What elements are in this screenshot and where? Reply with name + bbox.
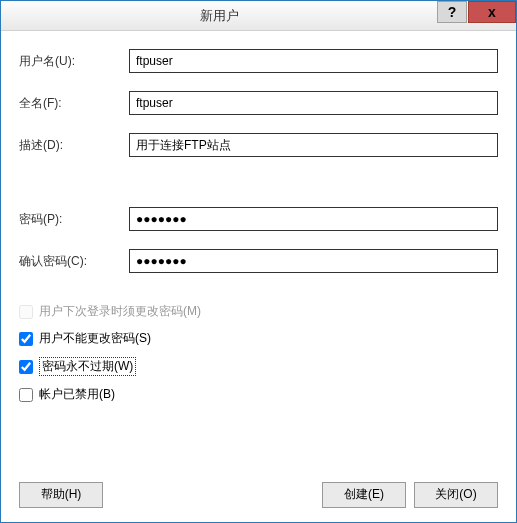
cannot-change-password-label: 用户不能更改密码(S) — [39, 330, 151, 347]
account-disabled-label: 帐户已禁用(B) — [39, 386, 115, 403]
dialog-content: 用户名(U): 全名(F): 描述(D): 密码(P): 确认密码(C): — [1, 31, 516, 467]
must-change-password-checkbox — [19, 305, 33, 319]
window-title: 新用户 — [1, 7, 437, 25]
help-button[interactable]: 帮助(H) — [19, 482, 103, 508]
fullname-row: 全名(F): — [19, 91, 498, 115]
button-bar: 帮助(H) 创建(E) 关闭(O) — [1, 467, 516, 522]
password-section: 密码(P): 确认密码(C): — [19, 207, 498, 273]
create-button[interactable]: 创建(E) — [322, 482, 406, 508]
description-row: 描述(D): — [19, 133, 498, 157]
username-input[interactable] — [129, 49, 498, 73]
account-disabled-checkbox[interactable] — [19, 388, 33, 402]
cannot-change-password-checkbox[interactable] — [19, 332, 33, 346]
account-disabled-row: 帐户已禁用(B) — [19, 386, 498, 403]
checkbox-section: 用户下次登录时须更改密码(M) 用户不能更改密码(S) 密码永不过期(W) 帐户… — [19, 303, 498, 403]
titlebar-close-button[interactable]: x — [468, 1, 516, 23]
password-label: 密码(P): — [19, 211, 129, 228]
description-input[interactable] — [129, 133, 498, 157]
titlebar-help-button[interactable]: ? — [437, 1, 467, 23]
must-change-password-row: 用户下次登录时须更改密码(M) — [19, 303, 498, 320]
username-row: 用户名(U): — [19, 49, 498, 73]
password-input[interactable] — [129, 207, 498, 231]
password-row: 密码(P): — [19, 207, 498, 231]
never-expires-label: 密码永不过期(W) — [39, 357, 136, 376]
titlebar: 新用户 ? x — [1, 1, 516, 31]
confirm-password-row: 确认密码(C): — [19, 249, 498, 273]
never-expires-row: 密码永不过期(W) — [19, 357, 498, 376]
cannot-change-password-row: 用户不能更改密码(S) — [19, 330, 498, 347]
must-change-password-label: 用户下次登录时须更改密码(M) — [39, 303, 201, 320]
confirm-password-label: 确认密码(C): — [19, 253, 129, 270]
close-button[interactable]: 关闭(O) — [414, 482, 498, 508]
fullname-input[interactable] — [129, 91, 498, 115]
new-user-dialog: 新用户 ? x 用户名(U): 全名(F): 描述(D): 密码(P): 确认密… — [0, 0, 517, 523]
description-label: 描述(D): — [19, 137, 129, 154]
never-expires-checkbox[interactable] — [19, 360, 33, 374]
fullname-label: 全名(F): — [19, 95, 129, 112]
username-label: 用户名(U): — [19, 53, 129, 70]
confirm-password-input[interactable] — [129, 249, 498, 273]
titlebar-buttons: ? x — [437, 1, 516, 30]
